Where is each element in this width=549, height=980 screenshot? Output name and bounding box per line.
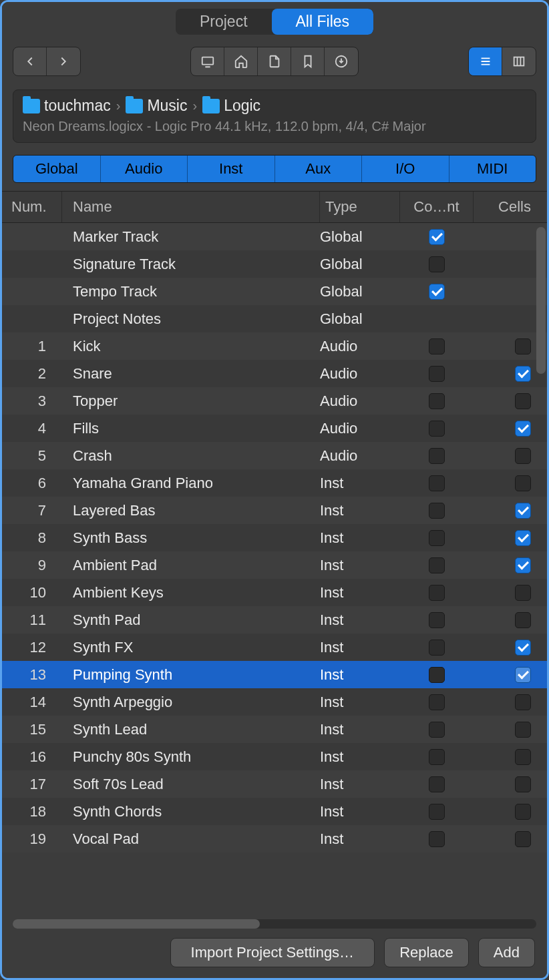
checkbox[interactable] [429,557,445,573]
add-button[interactable]: Add [478,938,535,967]
vertical-scrollbar[interactable] [536,227,546,917]
table-row[interactable]: 1KickAudio [2,332,547,360]
checkbox[interactable] [515,393,531,409]
projects-button[interactable] [258,47,291,75]
table-row[interactable]: Signature TrackGlobal [2,250,547,278]
cell-content [400,448,474,464]
table-row[interactable]: 9Ambient PadInst [2,551,547,579]
vertical-scroll-thumb[interactable] [536,227,546,374]
checkbox[interactable] [515,475,531,491]
checkbox[interactable] [429,804,445,820]
table-row[interactable]: 7Layered BasInst [2,497,547,524]
table-row[interactable]: 11Synth PadInst [2,606,547,634]
horizontal-scrollbar[interactable] [13,919,536,929]
checkbox[interactable] [429,640,445,656]
table-row[interactable]: 17Soft 70s LeadInst [2,770,547,798]
computer-button[interactable] [191,47,224,75]
checkbox[interactable] [515,448,531,464]
table-row[interactable]: 16Punchy 80s SynthInst [2,743,547,770]
table-row[interactable]: Marker TrackGlobal [2,223,547,250]
view-list-button[interactable] [469,47,502,75]
checkbox[interactable] [515,503,531,519]
table-row[interactable]: 4FillsAudio [2,415,547,442]
checkbox[interactable] [515,585,531,601]
table-row[interactable]: 8Synth BassInst [2,524,547,551]
table-row[interactable]: 15Synth LeadInst [2,716,547,743]
import-project-settings-button[interactable]: Import Project Settings… [170,938,375,967]
checkbox[interactable] [515,338,531,354]
checkbox[interactable] [515,612,531,628]
checkbox[interactable] [429,530,445,546]
replace-button[interactable]: Replace [384,938,469,967]
home-button[interactable] [224,47,258,75]
checkbox[interactable] [429,722,445,738]
bookmarks-button[interactable] [291,47,325,75]
nav-forward-button[interactable] [47,47,80,75]
table-row[interactable]: 19Vocal PadInst [2,825,547,852]
checkbox[interactable] [429,503,445,519]
checkbox[interactable] [429,393,445,409]
breadcrumb-music[interactable]: Music [126,97,187,115]
checkbox[interactable] [429,612,445,628]
checkbox[interactable] [515,667,531,683]
breadcrumb-touchmac[interactable]: touchmac [23,97,111,115]
checkbox[interactable] [515,722,531,738]
checkbox[interactable] [429,366,445,382]
checkbox[interactable] [429,831,445,847]
checkbox[interactable] [515,366,531,382]
column-cells[interactable]: Cells [474,192,547,222]
bookmark-icon [301,54,315,69]
filter-tab-midi[interactable]: MIDI [449,156,536,182]
filter-tab-audio[interactable]: Audio [101,156,188,182]
checkbox[interactable] [429,421,445,437]
checkbox[interactable] [515,421,531,437]
checkbox[interactable] [515,804,531,820]
tab-all-files[interactable]: All Files [272,9,374,35]
table-row[interactable]: 3TopperAudio [2,387,547,415]
filter-tab-global[interactable]: Global [13,156,101,182]
table-row[interactable]: Project NotesGlobal [2,305,547,332]
nav-back-button[interactable] [13,47,47,75]
filter-tab-aux[interactable]: Aux [275,156,363,182]
table-row[interactable]: 2SnareAudio [2,360,547,387]
table-row[interactable]: 18Synth ChordsInst [2,798,547,825]
checkbox[interactable] [429,667,445,683]
checkbox[interactable] [515,557,531,573]
table-row[interactable]: 5CrashAudio [2,442,547,469]
horizontal-scroll-thumb[interactable] [13,919,260,929]
table-row[interactable]: Tempo TrackGlobal [2,278,547,305]
checkbox[interactable] [429,585,445,601]
column-type[interactable]: Type [320,192,400,222]
view-columns-button[interactable] [502,47,536,75]
checkbox[interactable] [429,448,445,464]
column-num[interactable]: Num. [2,192,62,222]
table-row[interactable]: 12Synth FXInst [2,634,547,661]
checkbox[interactable] [429,229,445,245]
checkbox[interactable] [429,284,445,300]
checkbox[interactable] [429,475,445,491]
checkbox[interactable] [515,694,531,710]
downloads-button[interactable] [325,47,358,75]
cell-num: 7 [2,502,62,519]
checkbox[interactable] [429,256,445,272]
cell-name: Crash [62,447,320,465]
table-row[interactable]: 6Yamaha Grand PianoInst [2,469,547,497]
checkbox[interactable] [429,776,445,792]
checkbox[interactable] [429,749,445,765]
checkbox[interactable] [515,749,531,765]
column-name[interactable]: Name [62,192,320,222]
breadcrumb-logic[interactable]: Logic [202,97,260,115]
checkbox[interactable] [515,530,531,546]
table-row[interactable]: 14Synth ArpeggioInst [2,688,547,716]
checkbox[interactable] [515,776,531,792]
table-row[interactable]: 13Pumping SynthInst [2,661,547,688]
checkbox[interactable] [515,640,531,656]
filter-tab-inst[interactable]: Inst [188,156,275,182]
table-row[interactable]: 10Ambient KeysInst [2,579,547,606]
filter-tab-io[interactable]: I/O [362,156,449,182]
checkbox[interactable] [515,831,531,847]
column-content[interactable]: Co…nt [400,192,474,222]
checkbox[interactable] [429,338,445,354]
tab-project[interactable]: Project [176,9,272,35]
checkbox[interactable] [429,694,445,710]
